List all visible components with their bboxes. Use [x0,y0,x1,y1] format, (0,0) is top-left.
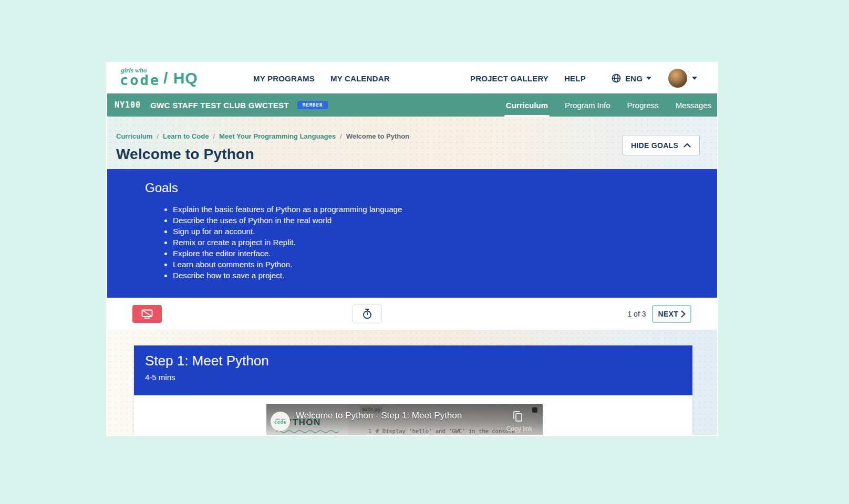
stopwatch-icon [362,308,372,320]
page-title: Welcome to Python [116,146,254,163]
logo-hq-text: / HQ [163,69,198,87]
breadcrumb-separator: / [157,132,159,140]
timer-button[interactable] [353,304,382,323]
breadcrumb-curriculum[interactable]: Curriculum [116,132,152,140]
chevron-right-icon [681,310,686,318]
page-indicator: 1 of 3 [627,310,646,318]
hide-goals-label: HIDE GOALS [631,141,678,150]
video-player[interactable]: PYTHON main.py 1# Display 'hello' and 'G… [266,404,543,435]
breadcrumb-separator: / [340,132,342,140]
breadcrumb-learn-to-code[interactable]: Learn to Code [163,132,209,140]
nav-help[interactable]: HELP [564,74,586,83]
goal-item: Explore the editor interface. [173,248,402,259]
user-avatar[interactable] [668,69,687,88]
breadcrumb-current: Welcome to Python [346,132,409,140]
next-label: NEXT [658,310,678,318]
step-card: Step 1: Meet Python 4-5 mins PYTHON [134,345,692,435]
step-duration: 4-5 mins [145,373,175,382]
page-hero-band: Curriculum / Learn to Code / Meet Your P… [107,117,717,169]
breadcrumb-meet-languages[interactable]: Meet Your Programming Languages [219,132,336,140]
globe-icon [611,73,622,83]
app-window: girls who code / HQ MY PROGRAMS MY CALEN… [107,63,717,435]
goal-item: Remix or create a project in Replit. [173,237,402,248]
chevron-up-icon [684,143,691,148]
nav-project-gallery[interactable]: PROJECT GALLERY [470,74,548,83]
caret-down-icon [692,77,697,80]
club-name: GWC STAFF TEST CLUB GWCTEST [150,101,289,110]
step-content-band: Step 1: Meet Python 4-5 mins PYTHON [107,330,717,435]
step-body: PYTHON main.py 1# Display 'hello' and 'G… [134,395,692,435]
club-code: NY100 [115,100,141,110]
video-channel-avatar[interactable]: girls who code [271,412,290,431]
member-badge: MEMBER [297,101,328,109]
copy-link-icon[interactable] [513,411,523,422]
next-button[interactable]: NEXT [652,305,691,323]
presentation-off-icon [141,309,153,319]
nav-my-calendar[interactable]: MY CALENDAR [330,74,390,83]
gwc-logo-stack: girls who code [120,67,160,87]
club-tabs: Curriculum Program Info Progress Message… [504,93,717,117]
tab-progress[interactable]: Progress [626,93,660,117]
header-nav-left: MY PROGRAMS MY CALENDAR [253,63,390,93]
video-corner-chip [532,407,537,413]
presentation-mode-button[interactable] [132,305,162,323]
goal-item: Sign up for an account. [173,226,402,237]
top-header: girls who code / HQ MY PROGRAMS MY CALEN… [107,63,717,93]
lesson-toolbar: 1 of 3 NEXT [107,298,717,330]
tab-curriculum[interactable]: Curriculum [504,93,550,117]
breadcrumb-separator: / [213,132,215,140]
goals-heading: Goals [145,181,178,195]
gwc-hq-logo[interactable]: girls who code / HQ [120,67,198,87]
language-selector[interactable]: ENG [611,73,651,83]
club-bar: NY100 GWC STAFF TEST CLUB GWCTEST MEMBER… [107,93,717,117]
header-nav-right: PROJECT GALLERY HELP ENG [470,63,697,93]
step-pager: 1 of 3 NEXT [627,305,691,323]
tab-messages[interactable]: Messages [674,93,713,117]
goals-list: Explain the basic features of Python as … [107,204,402,281]
logo-word-text: code [120,73,160,87]
goal-item: Describe how to save a project. [173,270,402,281]
video-title[interactable]: Welcome to Python - Step 1: Meet Python [296,411,462,421]
goal-item: Describe the uses of Python in the real … [173,215,402,226]
caret-down-icon [646,77,651,80]
hide-goals-button[interactable]: HIDE GOALS [622,135,700,155]
breadcrumb: Curriculum / Learn to Code / Meet Your P… [116,132,409,140]
tab-program-info[interactable]: Program Info [563,93,612,117]
avatar-word-text: code [274,421,286,425]
nav-my-programs[interactable]: MY PROGRAMS [253,74,315,83]
step-title: Step 1: Meet Python [145,353,269,369]
copy-link-label[interactable]: Copy link [506,425,532,433]
step-header: Step 1: Meet Python 4-5 mins [134,345,692,395]
profile-menu[interactable] [668,69,697,88]
goals-section: Goals Explain the basic features of Pyth… [107,169,717,298]
goal-item: Explain the basic features of Python as … [173,204,402,215]
language-label: ENG [625,74,643,83]
goal-item: Learn about comments in Python. [173,259,402,270]
